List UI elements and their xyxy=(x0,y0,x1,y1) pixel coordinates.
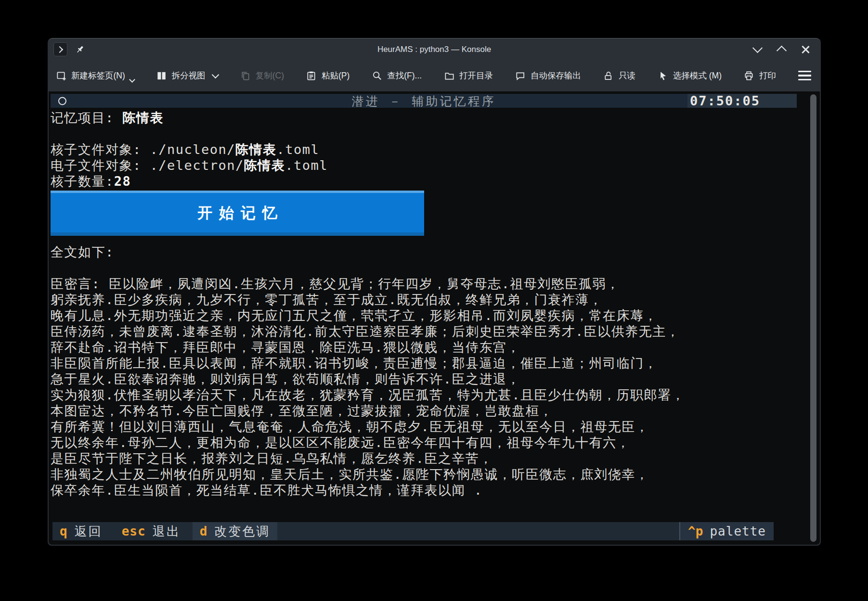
palette-key: ^p xyxy=(688,524,703,538)
shortcut-label: 返回 xyxy=(75,523,103,540)
toolbar-label: 打印 xyxy=(759,70,776,81)
body-text-line: 是臣尽节于陛下之日长，报养刘之日短.乌鸟私情，愿乞终养.臣之辛苦， xyxy=(51,450,797,466)
search-icon xyxy=(371,70,383,81)
spinner-circle-icon xyxy=(58,97,66,105)
project-value: 陈情表 xyxy=(123,110,164,125)
prompt-chevron-icon xyxy=(56,46,63,52)
electron-file-line: 电子文件对象: ./electron/陈情表.toml xyxy=(51,157,797,173)
titlebar: HeurAMS : python3 — Konsole xyxy=(48,38,821,60)
toolbar: 新建标签页(N)拆分视图复制(C)粘贴(P)查找(F)...打开目录自动保存输出… xyxy=(48,60,821,91)
body-text-line: 晚有儿息.外无期功强近之亲，内无应门五尺之僮，茕茕孑立，形影相吊.而刘夙婴疾病，… xyxy=(51,307,797,323)
palette-label: palette xyxy=(710,524,766,538)
chevron-up-icon xyxy=(776,46,786,56)
toolbar-button-speech-bubble[interactable]: 自动保存输出 xyxy=(515,70,581,81)
toolbar-label: 查找(F)... xyxy=(387,70,422,81)
shortcut-label: 退出 xyxy=(153,523,181,540)
shortcut-key: d xyxy=(200,524,208,538)
window-title: HeurAMS : python3 — Konsole xyxy=(377,45,491,54)
split-view-icon xyxy=(156,70,168,81)
cursor-icon xyxy=(657,70,669,81)
toolbar-button-new-tab[interactable]: 新建标签页(N) xyxy=(55,70,134,82)
toolbar-button-paste[interactable]: 粘贴(P) xyxy=(306,70,350,81)
body-text-line: 臣密言: 臣以险衅，夙遭闵凶.生孩六月，慈父见背；行年四岁，舅夺母志.祖母刘愍臣… xyxy=(51,276,797,292)
body-text-line: 臣侍汤药，未曾废离.逮奉圣朝，沐浴清化.前太守臣逵察臣孝廉；后刺史臣荣举臣秀才.… xyxy=(51,323,797,339)
toolbar-label: 拆分视图 xyxy=(172,70,206,81)
toolbar-label: 粘贴(P) xyxy=(322,70,350,81)
shortcut-key: esc xyxy=(122,524,146,538)
shortcut-label: 改变色调 xyxy=(214,523,270,540)
tui-footer-bar: q返回esc退出d改变色调 ^p palette xyxy=(52,522,774,540)
new-tab-icon xyxy=(55,70,67,81)
toolbar-button-copy: 复制(C) xyxy=(240,70,284,81)
toolbar-label: 打开目录 xyxy=(459,70,493,81)
toolbar-label: 自动保存输出 xyxy=(531,70,581,81)
toolbar-items: 新建标签页(N)拆分视图复制(C)粘贴(P)查找(F)...打开目录自动保存输出… xyxy=(55,70,776,82)
close-button[interactable] xyxy=(801,45,810,54)
start-memorize-button[interactable]: 开始记忆 xyxy=(51,191,424,236)
maximize-button[interactable] xyxy=(777,45,786,54)
paste-icon xyxy=(306,70,317,81)
footer-shortcuts: q返回esc退出d改变色调 xyxy=(52,522,282,540)
nucleon-count-value: 28 xyxy=(114,174,131,189)
body-text-line: 非独蜀之人士及二州牧伯所见明知，皇天后土，实所共鉴.愿陛下矜悯愚诚，听臣微志，庶… xyxy=(51,466,797,482)
copy-icon xyxy=(240,70,251,81)
project-line: 记忆项目: 陈情表 xyxy=(51,110,797,126)
body-text-line: 有所希冀！但以刘日薄西山，气息奄奄，人命危浅，朝不虑夕.臣无祖母，无以至今日，祖… xyxy=(51,419,797,435)
toolbar-button-cursor[interactable]: 选择模式 (M) xyxy=(657,70,722,81)
toolbar-button-split-view[interactable]: 拆分视图 xyxy=(156,70,218,81)
hamburger-menu-icon[interactable] xyxy=(798,71,811,80)
nucleon-count-line: 核子数量:28 xyxy=(51,173,797,189)
body-text-line: 躬亲抚养.臣少多疾病，九岁不行，零丁孤苦，至于成立.既无伯叔，终鲜兄弟，门衰祚薄… xyxy=(51,292,797,307)
toolbar-label: 复制(C) xyxy=(256,70,284,81)
terminal-viewport[interactable]: 潜进 － 辅助记忆程序 07:50:05 记忆项目: 陈情表 核子文件对象: .… xyxy=(49,91,820,545)
body-text-line: 非臣陨首所能上报.臣具以表闻，辞不就职.诏书切峻，责臣逋慢；郡县逼迫，催臣上道；… xyxy=(51,355,797,371)
body-text-line: 实为狼狈.伏惟圣朝以孝治天下，凡在故老，犹蒙矜育，况臣孤苦，特为尤甚.且臣少仕伪… xyxy=(51,387,797,403)
shortcut-key: q xyxy=(60,524,68,538)
scrollbar-thumb[interactable] xyxy=(810,94,816,542)
close-icon xyxy=(801,45,810,54)
window-controls xyxy=(752,45,810,54)
memorial-text: 臣密言: 臣以险衅，夙遭闵凶.生孩六月，慈父见背；行年四岁，舅夺母志.祖母刘愍臣… xyxy=(51,276,797,498)
chevron-down-icon xyxy=(129,77,135,83)
toolbar-button-printer[interactable]: 打印 xyxy=(743,70,776,81)
tui-app-title: 潜进 － 辅助记忆程序 xyxy=(351,93,495,109)
clock: 07:50:05 xyxy=(687,94,797,108)
toolbar-button-lock-open[interactable]: 只读 xyxy=(603,70,635,81)
shortcut-esc[interactable]: esc退出 xyxy=(115,522,188,540)
tui-app: 潜进 － 辅助记忆程序 07:50:05 记忆项目: 陈情表 核子文件对象: .… xyxy=(51,91,797,545)
toolbar-label: 选择模式 (M) xyxy=(673,70,722,81)
body-text-line: 本图宦达，不矜名节.今臣亡国贱俘，至微至陋，过蒙拔擢，宠命优渥，岂敢盘桓， xyxy=(51,403,797,419)
shortcut-d[interactable]: d改变色调 xyxy=(193,522,278,540)
konsole-window: HeurAMS : python3 — Konsole 新建标签页(N)拆分视图… xyxy=(48,38,821,546)
body-text-line: 无以终余年.母孙二人，更相为命，是以区区不能废远.臣密今年四十有四，祖母今年九十… xyxy=(51,435,797,450)
body-text-line: 保卒余年.臣生当陨首，死当结草.臣不胜犬马怖惧之情，谨拜表以闻 . xyxy=(51,482,797,498)
body-heading: 全文如下: xyxy=(51,244,797,260)
body-text-line: 急于星火.臣欲奉诏奔驰，则刘病日笃，欲苟顺私情，则告诉不许.臣之进退， xyxy=(51,371,797,387)
toolbar-button-folder[interactable]: 打开目录 xyxy=(443,70,493,81)
nucleon-file-line: 核子文件对象: ./nucleon/陈情表.toml xyxy=(51,141,797,157)
printer-icon xyxy=(743,70,755,81)
chevron-down-icon xyxy=(211,71,219,78)
toolbar-label: 新建标签页(N) xyxy=(71,70,125,81)
body-text-line: 辞不赴命.诏书特下，拜臣郎中，寻蒙国恩，除臣洗马.猥以微贱，当侍东宫， xyxy=(51,339,797,355)
shortcut-q[interactable]: q返回 xyxy=(52,522,110,540)
toolbar-button-search[interactable]: 查找(F)... xyxy=(371,70,422,81)
tui-header-bar: 潜进 － 辅助记忆程序 07:50:05 xyxy=(51,94,797,108)
pin-icon[interactable] xyxy=(75,44,85,55)
lock-open-icon xyxy=(603,70,614,81)
chevron-down-icon xyxy=(752,43,762,53)
terminal-tab-icon[interactable] xyxy=(53,42,67,56)
toolbar-label: 只读 xyxy=(619,70,635,81)
folder-icon xyxy=(443,70,455,81)
palette-shortcut[interactable]: ^p palette xyxy=(679,522,774,540)
minimize-button[interactable] xyxy=(752,45,762,54)
speech-bubble-icon xyxy=(515,70,526,81)
tui-content: 记忆项目: 陈情表 核子文件对象: ./nucleon/陈情表.toml 电子文… xyxy=(51,108,797,498)
